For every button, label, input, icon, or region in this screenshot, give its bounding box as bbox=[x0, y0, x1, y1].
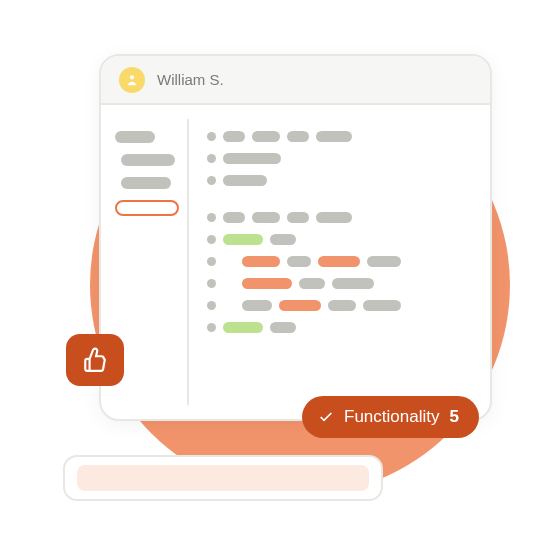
sidebar-item[interactable] bbox=[121, 154, 175, 166]
comment-input[interactable] bbox=[63, 455, 383, 501]
line-dot-icon bbox=[207, 132, 216, 141]
check-icon bbox=[318, 409, 334, 425]
line-dot-icon bbox=[207, 213, 216, 222]
sidebar-item[interactable] bbox=[121, 177, 171, 189]
code-line bbox=[207, 175, 474, 186]
line-dot-icon bbox=[207, 301, 216, 310]
code-line bbox=[207, 234, 474, 245]
line-dot-icon bbox=[207, 235, 216, 244]
functionality-badge[interactable]: Functionality 5 bbox=[302, 396, 479, 438]
line-dot-icon bbox=[207, 154, 216, 163]
code-editor-window: William S. bbox=[99, 54, 492, 421]
code-line bbox=[207, 153, 474, 164]
line-dot-icon bbox=[207, 176, 216, 185]
svg-point-0 bbox=[130, 75, 134, 79]
code-line bbox=[207, 300, 474, 311]
badge-score: 5 bbox=[449, 407, 458, 427]
code-line bbox=[207, 322, 474, 333]
username-label: William S. bbox=[157, 71, 224, 88]
code-line bbox=[207, 278, 474, 289]
code-line bbox=[207, 212, 474, 223]
line-dot-icon bbox=[207, 257, 216, 266]
sidebar-item-active[interactable] bbox=[115, 200, 179, 216]
thumbs-up-icon bbox=[82, 347, 108, 373]
sidebar-item[interactable] bbox=[115, 131, 155, 143]
line-dot-icon bbox=[207, 323, 216, 332]
blank-line bbox=[207, 197, 474, 201]
code-area bbox=[189, 105, 490, 419]
user-avatar-icon bbox=[119, 67, 145, 93]
comment-input-field[interactable] bbox=[77, 465, 369, 491]
badge-label: Functionality bbox=[344, 407, 439, 427]
like-badge[interactable] bbox=[66, 334, 124, 386]
editor-body bbox=[101, 105, 490, 419]
title-bar: William S. bbox=[101, 56, 490, 105]
line-dot-icon bbox=[207, 279, 216, 288]
code-line bbox=[207, 256, 474, 267]
code-line bbox=[207, 131, 474, 142]
